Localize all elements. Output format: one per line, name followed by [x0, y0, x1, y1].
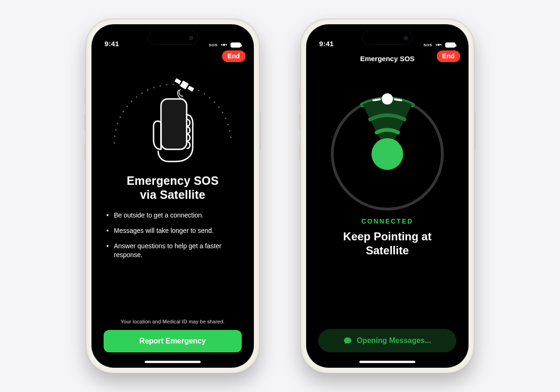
svg-rect-8 [435, 44, 437, 46]
pill-label: Opening Messages... [357, 336, 431, 345]
phone-frame-2: 9:41 SOS Emergency SOS End [301, 19, 474, 373]
svg-line-13 [395, 99, 401, 100]
nav-bar: End [91, 49, 254, 66]
svg-rect-0 [223, 43, 225, 46]
svg-rect-2 [225, 44, 227, 46]
opening-messages-pill[interactable]: Opening Messages... [318, 329, 456, 352]
nav-bar: Emergency SOS End [306, 49, 469, 66]
svg-rect-1 [221, 44, 223, 46]
svg-line-12 [373, 99, 380, 100]
svg-point-11 [371, 138, 403, 170]
satellite-radar-indicator [322, 75, 453, 215]
svg-rect-7 [437, 43, 440, 46]
home-indicator[interactable] [359, 361, 415, 363]
camera-icon [404, 36, 408, 40]
status-time: 9:41 [319, 40, 334, 48]
svg-rect-9 [440, 44, 442, 46]
bullet-item: Messages will take longer to send. [105, 226, 239, 235]
report-emergency-button[interactable]: Report Emergency [104, 330, 242, 352]
nav-title: Emergency SOS [360, 55, 415, 63]
satellite-icon [435, 42, 442, 48]
battery-icon [445, 42, 455, 48]
end-button[interactable]: End [222, 50, 245, 62]
status-sos-label: SOS [209, 43, 217, 47]
svg-rect-6 [161, 99, 187, 149]
end-button[interactable]: End [437, 50, 460, 62]
camera-icon [189, 36, 193, 40]
bullet-item: Be outside to get a connection. [105, 211, 239, 220]
svg-point-14 [382, 93, 393, 105]
screen-2: 9:41 SOS Emergency SOS End [306, 24, 469, 368]
home-indicator[interactable] [145, 361, 201, 363]
satellite-arc-illustration [104, 69, 242, 172]
svg-rect-5 [188, 86, 194, 92]
bullet-item: Answer questions to help get a faster re… [105, 242, 239, 259]
battery-icon [231, 42, 241, 48]
chat-bubble-icon [343, 337, 352, 344]
instruction-text: Keep Pointing at Satellite [334, 230, 441, 258]
connection-status: CONNECTED [361, 217, 413, 225]
satellite-icon [220, 42, 228, 48]
dynamic-island [362, 31, 413, 45]
phone-frame-1: 9:41 SOS End [86, 19, 259, 373]
hand-holding-phone-icon [142, 96, 203, 171]
status-time: 9:41 [105, 40, 119, 48]
status-sos-label: SOS [424, 43, 432, 47]
screen-1: 9:41 SOS End [91, 24, 254, 368]
page-title: Emergency SOS via Satellite [126, 174, 218, 202]
svg-rect-3 [180, 80, 189, 89]
info-bullet-list: Be outside to get a connection. Messages… [104, 211, 242, 266]
dynamic-island [147, 31, 198, 45]
svg-rect-4 [175, 78, 181, 84]
disclosure-text: Your location and Medical ID may be shar… [104, 319, 242, 324]
